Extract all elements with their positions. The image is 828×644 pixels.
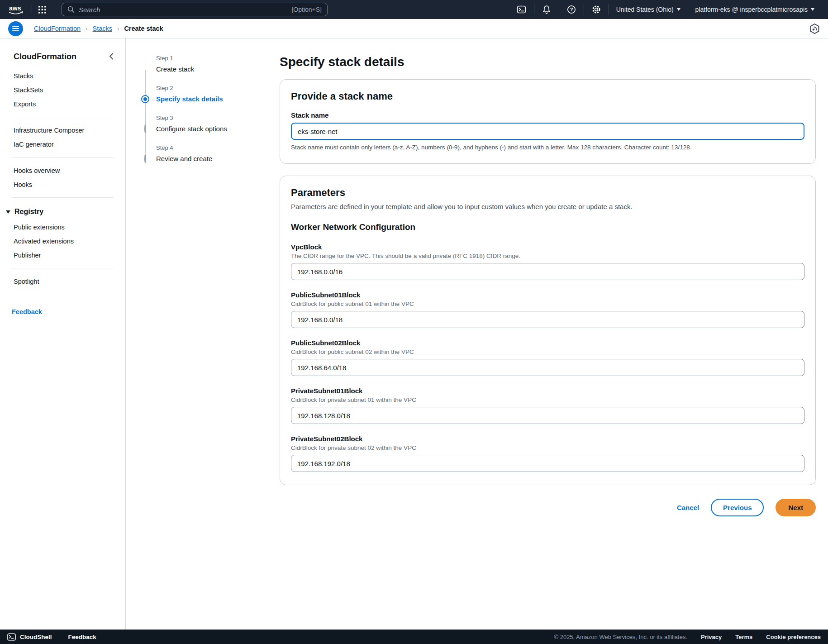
topbar-utilities: ? United States (Ohio) pla	[509, 4, 822, 15]
wizard-step-3[interactable]: Step 3 Configure stack options	[141, 114, 280, 134]
step2-name[interactable]: Specify stack details	[156, 94, 280, 104]
stack-name-card: Provide a stack name Stack name Stack na…	[280, 79, 816, 164]
footer-cookie-preferences-link[interactable]: Cookie preferences	[766, 634, 821, 640]
sidebar-registry-label: Registry	[14, 208, 43, 216]
search-icon	[67, 6, 75, 13]
topbar-divider	[32, 5, 32, 14]
bell-icon	[542, 5, 551, 14]
console-footer: CloudShell Feedback © 2025, Amazon Web S…	[0, 630, 828, 644]
settings-button[interactable]	[592, 5, 601, 14]
sidebar-item-hooks[interactable]: Hooks	[0, 177, 125, 191]
parameter-field-privatesubnet02block: PrivateSubnet02Block CidrBlock for priva…	[291, 435, 804, 472]
breadcrumb-stacks[interactable]: Stacks	[93, 25, 113, 32]
footer-cloudshell-label: CloudShell	[20, 634, 52, 640]
publicsubnet01block-input[interactable]	[291, 311, 804, 328]
parameter-field-vpcblock: VpcBlock The CIDR range for the VPC. Thi…	[291, 243, 804, 280]
global-search[interactable]: [Option+S]	[62, 3, 328, 16]
parameters-description: Parameters are defined in your template …	[291, 203, 804, 210]
parameter-field-publicsubnet01block: PublicSubnet01Block CidrBlock for public…	[291, 291, 804, 328]
sidebar-divider	[12, 197, 114, 198]
wizard-steps: Step 1 Create stack Step 2 Specify stack…	[126, 38, 280, 630]
sidebar-item-exports[interactable]: Exports	[0, 97, 125, 111]
step4-pending-indicator	[144, 154, 146, 163]
sidebar-title: CloudFormation	[14, 52, 76, 62]
chevron-right-icon: ›	[117, 25, 119, 32]
footer-copyright: © 2025, Amazon Web Services, Inc. or its…	[554, 634, 687, 640]
sidebar-item-iac-generator[interactable]: IaC generator	[0, 137, 125, 151]
cancel-button[interactable]: Cancel	[677, 504, 699, 511]
terminal-icon	[517, 5, 526, 14]
privatesubnet01block-input[interactable]	[291, 407, 804, 424]
sidebar-item-stacksets[interactable]: StackSets	[0, 83, 125, 97]
step1-name[interactable]: Create stack	[156, 64, 280, 74]
parameter-name: PrivateSubnet02Block	[291, 435, 804, 443]
step4-name[interactable]: Review and create	[156, 154, 280, 163]
services-menu-button[interactable]	[38, 6, 46, 14]
parameter-group-title: Worker Network Configuration	[291, 222, 804, 232]
step2-active-indicator	[141, 95, 149, 103]
parameter-name: VpcBlock	[291, 243, 804, 251]
sidebar-item-hooks-overview[interactable]: Hooks overview	[0, 163, 125, 177]
search-shortcut-hint: [Option+S]	[291, 6, 322, 13]
side-menu-toggle-button[interactable]	[8, 21, 23, 36]
step3-name[interactable]: Configure stack options	[156, 124, 280, 134]
terminal-icon	[7, 633, 16, 641]
chevron-down-icon	[811, 8, 814, 11]
vpcblock-input[interactable]	[291, 263, 804, 280]
stack-name-input[interactable]	[291, 123, 804, 140]
parameter-description: The CIDR range for the VPC. This should …	[291, 253, 804, 259]
sidebar: CloudFormation Stacks StackSets Exports …	[0, 38, 126, 630]
parameters-card: Parameters Parameters are defined in you…	[280, 176, 816, 485]
sidebar-item-public-extensions[interactable]: Public extensions	[0, 220, 125, 234]
privatesubnet02block-input[interactable]	[291, 455, 804, 472]
cloudformation-panel-toggle[interactable]	[809, 23, 820, 34]
chevron-left-icon	[109, 53, 114, 60]
footer-terms-link[interactable]: Terms	[735, 634, 752, 640]
aws-console-page: aws [Option+S]	[0, 0, 828, 644]
sidebar-feedback-link[interactable]: Feedback	[12, 308, 42, 315]
sidebar-item-spotlight[interactable]: Spotlight	[0, 274, 125, 288]
footer-privacy-link[interactable]: Privacy	[701, 634, 722, 640]
parameter-field-privatesubnet01block: PrivateSubnet01Block CidrBlock for priva…	[291, 387, 804, 424]
sidebar-divider	[12, 268, 114, 268]
svg-text:?: ?	[570, 7, 573, 12]
top-navigation-bar: aws [Option+S]	[0, 0, 828, 19]
wizard-actions: Cancel Previous Next	[280, 499, 816, 516]
gear-icon	[592, 5, 601, 14]
sidebar-item-activated-extensions[interactable]: Activated extensions	[0, 234, 125, 248]
breadcrumb-cloudformation[interactable]: CloudFormation	[34, 25, 81, 32]
sidebar-item-infrastructure-composer[interactable]: Infrastructure Composer	[0, 123, 125, 137]
publicsubnet02block-input[interactable]	[291, 359, 804, 376]
account-menu[interactable]: platform-eks @ insperbccplatmicrosapis	[688, 6, 822, 13]
step3-pending-indicator	[144, 124, 146, 134]
parameter-name: PrivateSubnet01Block	[291, 387, 804, 395]
sidebar-collapse-button[interactable]	[109, 53, 114, 61]
notifications-button[interactable]	[542, 5, 551, 14]
chevron-down-icon	[677, 8, 680, 11]
svg-text:aws: aws	[9, 5, 21, 12]
hamburger-icon	[12, 26, 19, 27]
sidebar-item-publisher[interactable]: Publisher	[0, 248, 125, 262]
breadcrumb-current: Create stack	[124, 25, 163, 32]
chevron-right-icon: ›	[86, 25, 87, 32]
sidebar-section-registry[interactable]: Registry	[0, 204, 125, 220]
parameter-description: CidrBlock for private subnet 02 within t…	[291, 444, 804, 451]
wizard-step-2[interactable]: Step 2 Specify stack details	[141, 85, 280, 104]
stack-name-label: Stack name	[291, 111, 804, 119]
parameter-name: PublicSubnet01Block	[291, 291, 804, 299]
search-input[interactable]	[79, 6, 287, 14]
sidebar-item-stacks[interactable]: Stacks	[0, 69, 125, 83]
footer-cloudshell-button[interactable]: CloudShell	[7, 633, 52, 641]
aws-logo-icon: aws	[7, 4, 25, 16]
sidebar-divider	[12, 117, 114, 117]
next-button[interactable]: Next	[776, 499, 816, 516]
aws-home-button[interactable]: aws	[7, 4, 25, 16]
region-selector[interactable]: United States (Ohio)	[609, 6, 688, 13]
help-button[interactable]: ?	[567, 5, 576, 14]
step2-label: Step 2	[156, 85, 280, 92]
wizard-step-1[interactable]: Step 1 Create stack	[141, 55, 280, 74]
footer-feedback-button[interactable]: Feedback	[68, 634, 96, 640]
wizard-step-4[interactable]: Step 4 Review and create	[141, 144, 280, 163]
cloudshell-button[interactable]	[517, 5, 526, 14]
previous-button[interactable]: Previous	[711, 499, 764, 516]
